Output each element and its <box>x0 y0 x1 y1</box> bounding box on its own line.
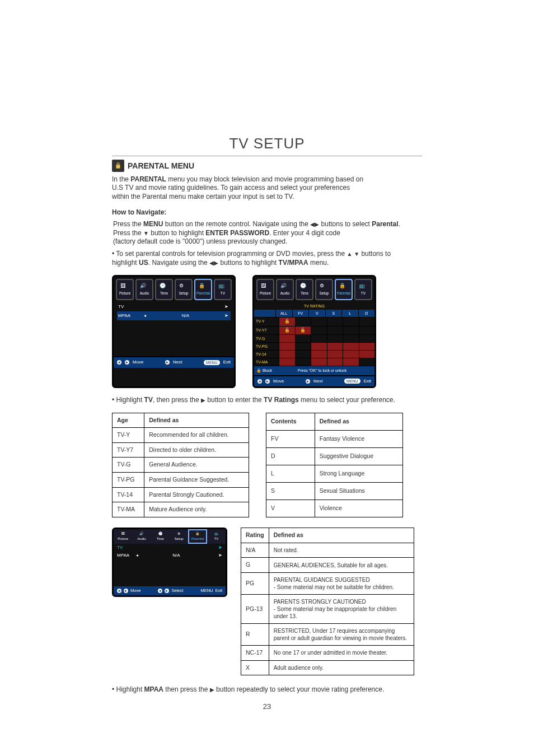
osd-block-hint: 🔒 BlockPress "OK" to lock or unlock <box>254 366 374 375</box>
osd-tab-tv[interactable]: 📺TV <box>214 279 232 300</box>
osd-footer: ◂▸Move ▸Next MENUExit <box>254 375 374 386</box>
divider <box>112 156 422 156</box>
osd-tab-setup[interactable]: ⚙Setup <box>175 279 193 300</box>
lock-icon <box>112 160 124 172</box>
rating-row-tvg[interactable]: TV-G <box>254 334 374 342</box>
osd-row-tv[interactable]: TV➤ <box>117 302 231 311</box>
section-heading: PARENTAL MENU <box>128 161 194 171</box>
osd-tab-parental[interactable]: 🔒Parental <box>335 279 353 300</box>
osd-row-mpaa[interactable]: MPAA◂N/A➤ <box>114 552 226 559</box>
osd-tab-parental[interactable]: 🔒Parental <box>194 279 212 300</box>
osd-footer: ◂▸Move ▸Next MENUExit <box>114 356 234 367</box>
osd-row-tv[interactable]: TV➤ <box>114 544 226 552</box>
osd-tab-parental[interactable]: 🔒Parental <box>188 529 207 544</box>
osd-row-mpaa[interactable]: MPAA◂N/A➤ <box>117 311 231 320</box>
osd-tab-picture[interactable]: 🖼Picture <box>256 279 274 300</box>
page-number: 23 <box>112 702 422 712</box>
lastline: • Highlight MPAA then press the ▶ button… <box>112 685 422 694</box>
page-title: TV SETUP <box>112 134 422 153</box>
rating-row-tvpg[interactable]: TV-PG <box>254 342 374 350</box>
osd-tab-time[interactable]: 🕒Time <box>296 279 313 300</box>
osd-tab-setup[interactable]: ⚙Setup <box>170 529 188 544</box>
mpaa-table: RatingDefined as N/ANot rated. GGENERAL … <box>241 528 414 675</box>
howto-heading: How to Navigate: <box>112 208 422 217</box>
nav-step-1: Press the MENU button on the remote cont… <box>113 220 422 246</box>
rating-row-tvma[interactable]: TV-MA <box>254 358 374 366</box>
osd-rating-title: TV RATING <box>254 302 374 310</box>
osd-tab-setup[interactable]: ⚙Setup <box>315 279 333 300</box>
osd-tab-time[interactable]: 🕒Time <box>151 529 170 544</box>
midline: • Highlight TV, then press the ▶ button … <box>112 396 422 405</box>
osd-mpaa-menu: 🖼Picture 🔊Audio 🕒Time ⚙Setup 🔒Parental 📺… <box>112 528 227 597</box>
osd-tab-tv[interactable]: 📺TV <box>354 279 372 300</box>
rating-header: ALLFV VS LD <box>254 310 374 317</box>
age-table: AgeDefined as TV-YRecommended for all ch… <box>112 413 249 517</box>
rating-row-tvy7[interactable]: TV-Y7🔓🔓 <box>254 326 374 334</box>
osd-tab-audio[interactable]: 🔊Audio <box>132 529 151 544</box>
rating-row-tvy[interactable]: TV-Y🔓 <box>254 317 374 325</box>
osd-tab-tv[interactable]: 📺TV <box>207 529 226 544</box>
osd-tab-picture[interactable]: 🖼Picture <box>114 529 132 544</box>
osd-tab-time[interactable]: 🕒Time <box>155 279 173 300</box>
rating-row-tv14[interactable]: TV-14 <box>254 350 374 358</box>
osd-parental-menu: 🖼Picture 🔊Audio 🕒Time ⚙Setup 🔒Parental 📺… <box>112 275 236 388</box>
osd-tab-picture[interactable]: 🖼Picture <box>116 279 134 300</box>
contents-table: ContentsDefined as FVFantasy Violence DS… <box>266 413 403 517</box>
nav-step-2: • To set parental controls for televisio… <box>112 250 422 267</box>
osd-tab-audio[interactable]: 🔊Audio <box>135 279 153 300</box>
osd-footer: ◂▸Move ◂▸Select MENUExit <box>114 586 226 595</box>
osd-tab-audio[interactable]: 🔊Audio <box>276 279 294 300</box>
intro-text: In the PARENTAL menu you may block telev… <box>112 175 422 202</box>
osd-tv-rating: 🖼Picture 🔊Audio 🕒Time ⚙Setup 🔒Parental 📺… <box>252 275 376 388</box>
